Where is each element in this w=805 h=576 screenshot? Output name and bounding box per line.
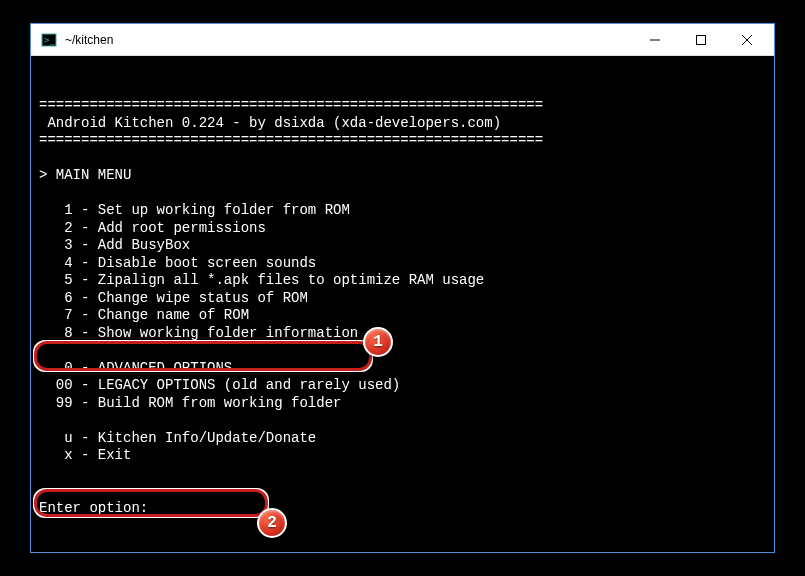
titlebar: >_ ~/kitchen [31,24,774,56]
menu-option-8: 8 - Show working folder information [39,325,358,341]
enter-option-prompt: Enter option: [39,500,148,516]
app-icon: >_ [41,32,57,48]
terminal-window: >_ ~/kitchen ===========================… [30,23,775,553]
menu-option-6: 6 - Change wipe status of ROM [39,290,308,306]
annotation-badge-2: 2 [257,508,287,538]
separator-line: ========================================… [39,132,543,148]
header-line: Android Kitchen 0.224 - by dsixda (xda-d… [39,115,501,131]
main-menu-label: > MAIN MENU [39,167,131,183]
menu-option-2: 2 - Add root permissions [39,220,266,236]
menu-option-99: 99 - Build ROM from working folder [39,395,341,411]
maximize-button[interactable] [678,25,724,55]
menu-option-00: 00 - LEGACY OPTIONS (old and rarely used… [39,377,400,393]
menu-option-7: 7 - Change name of ROM [39,307,249,323]
menu-option-0: 0 - ADVANCED OPTIONS [39,360,232,376]
terminal-content[interactable]: ========================================… [31,56,774,552]
window-title: ~/kitchen [65,33,632,47]
minimize-button[interactable] [632,25,678,55]
menu-option-4: 4 - Disable boot screen sounds [39,255,316,271]
menu-option-5: 5 - Zipalign all *.apk files to optimize… [39,272,484,288]
close-button[interactable] [724,25,770,55]
menu-option-3: 3 - Add BusyBox [39,237,190,253]
svg-rect-3 [697,35,706,44]
menu-option-x: x - Exit [39,447,131,463]
menu-option-1: 1 - Set up working folder from ROM [39,202,350,218]
annotation-badge-1: 1 [363,327,393,357]
separator-line: ========================================… [39,97,543,113]
menu-option-u: u - Kitchen Info/Update/Donate [39,430,316,446]
svg-text:>_: >_ [44,35,55,45]
